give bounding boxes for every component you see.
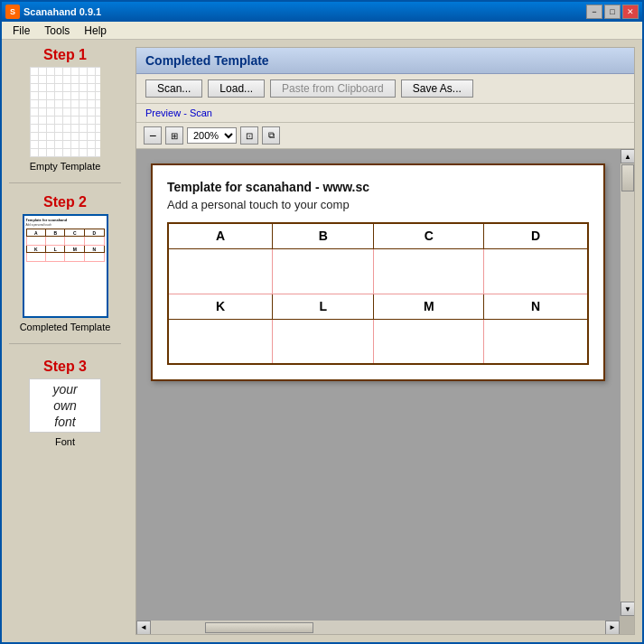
titlebar-controls: − □ ✕	[586, 5, 639, 19]
preview-viewport: Template for scanahand - www.sc Add a pe…	[136, 149, 620, 620]
cell-n1	[484, 319, 588, 364]
step3-panel: Step 3 your own font Font	[9, 359, 121, 447]
main-layout: Step 1 Empty Template Step 2 Template fo…	[2, 40, 642, 642]
preview-scroll-area[interactable]: ▲ ▼ ◄ ►	[136, 149, 634, 634]
col-b: B	[272, 223, 374, 248]
table-row-cells2	[168, 319, 588, 364]
zoom-select[interactable]: 50% 75% 100% 150% 200% 300% 400%	[187, 127, 237, 144]
letter-table: A B C D	[167, 222, 589, 365]
titlebar: S Scanahand 0.9.1 − □ ✕	[2, 2, 642, 22]
step2-label: Completed Template	[20, 322, 111, 332]
vertical-scrollbar[interactable]: ▲ ▼	[620, 149, 634, 616]
step1-title: Step 1	[43, 47, 87, 63]
col-m: M	[374, 294, 484, 319]
grid-icon: ⊡	[246, 131, 253, 141]
cell-k1	[168, 319, 272, 364]
save-button[interactable]: Save As...	[401, 79, 473, 98]
toolbar: Scan... Load... Paste from Clipboard Sav…	[136, 74, 634, 104]
step3-label: Font	[55, 436, 75, 447]
content-area: Completed Template Scan... Load... Paste…	[128, 40, 642, 642]
zoom-icon2: ⧉	[262, 126, 280, 145]
step1-label: Empty Template	[30, 161, 101, 172]
copy-icon: ⧉	[268, 130, 275, 141]
step3-title: Step 3	[43, 359, 87, 375]
step2-title: Step 2	[43, 194, 87, 210]
cell-d1	[484, 248, 588, 294]
scan-button[interactable]: Scan...	[145, 79, 202, 98]
col-d: D	[484, 223, 588, 248]
step2-image[interactable]: Template for scanahand Add a personal to…	[23, 214, 108, 318]
step3-image[interactable]: your own font	[29, 378, 101, 433]
menu-tools[interactable]: Tools	[37, 23, 77, 39]
scroll-left-button[interactable]: ◄	[136, 621, 151, 635]
step1-panel: Step 1 Empty Template	[9, 47, 121, 172]
main-window: S Scanahand 0.9.1 − □ ✕ File Tools Help …	[0, 0, 644, 644]
panel-header: Completed Template	[136, 48, 634, 74]
zoom-fit-button[interactable]: ⊞	[165, 126, 183, 145]
scroll-up-button[interactable]: ▲	[621, 149, 634, 163]
zoom-icon1: ⊡	[240, 126, 258, 145]
scroll-track-horizontal[interactable]	[151, 621, 605, 634]
zoom-out-icon: −	[149, 129, 156, 142]
divider1	[9, 182, 121, 183]
close-button[interactable]: ✕	[622, 5, 639, 19]
menubar: File Tools Help	[2, 22, 642, 40]
scroll-track-vertical[interactable]	[621, 163, 634, 602]
col-k: K	[168, 294, 272, 319]
app-icon: S	[5, 5, 20, 19]
cell-l1	[272, 319, 374, 364]
col-a: A	[168, 223, 272, 248]
font-preview: your own font	[52, 381, 77, 431]
maximize-button[interactable]: □	[604, 5, 621, 19]
table-row-cells1	[168, 248, 588, 294]
table-row-header2: K L M N	[168, 294, 588, 319]
main-panel: Completed Template Scan... Load... Paste…	[135, 47, 635, 635]
cell-c1	[374, 248, 484, 294]
zoom-toolbar: − ⊞ 50% 75% 100% 150% 200% 300% 400%	[136, 123, 634, 149]
menu-help[interactable]: Help	[77, 23, 114, 39]
divider2	[9, 343, 121, 344]
table-row-header1: A B C D	[168, 223, 588, 248]
step1-image[interactable]	[30, 67, 100, 157]
template-doc-subtitle: Add a personal touch to your comp	[167, 198, 589, 211]
step2-panel: Step 2 Template for scanahand Add a pers…	[9, 194, 121, 332]
scroll-thumb-vertical[interactable]	[621, 164, 634, 191]
horizontal-scrollbar[interactable]: ◄ ►	[136, 620, 620, 634]
col-n: N	[484, 294, 588, 319]
scroll-thumb-horizontal[interactable]	[205, 622, 313, 633]
col-c: C	[374, 223, 484, 248]
zoom-out-button[interactable]: −	[144, 126, 162, 145]
window-title: Scanahand 0.9.1	[23, 6, 586, 17]
preview-label: Preview - Scan	[136, 104, 634, 123]
load-button[interactable]: Load...	[208, 79, 265, 98]
minimize-button[interactable]: −	[586, 5, 602, 19]
zoom-fit-icon: ⊞	[171, 131, 178, 141]
cell-b1	[272, 248, 374, 294]
col-l: L	[272, 294, 374, 319]
scroll-down-button[interactable]: ▼	[621, 602, 634, 616]
cell-a1	[168, 248, 272, 294]
paste-button[interactable]: Paste from Clipboard	[270, 79, 396, 98]
template-doc-title: Template for scanahand - www.sc	[167, 180, 589, 194]
template-document: Template for scanahand - www.sc Add a pe…	[151, 163, 605, 381]
scroll-right-button[interactable]: ►	[605, 621, 620, 635]
sidebar: Step 1 Empty Template Step 2 Template fo…	[2, 40, 128, 642]
menu-file[interactable]: File	[5, 23, 37, 39]
cell-m1	[374, 319, 484, 364]
